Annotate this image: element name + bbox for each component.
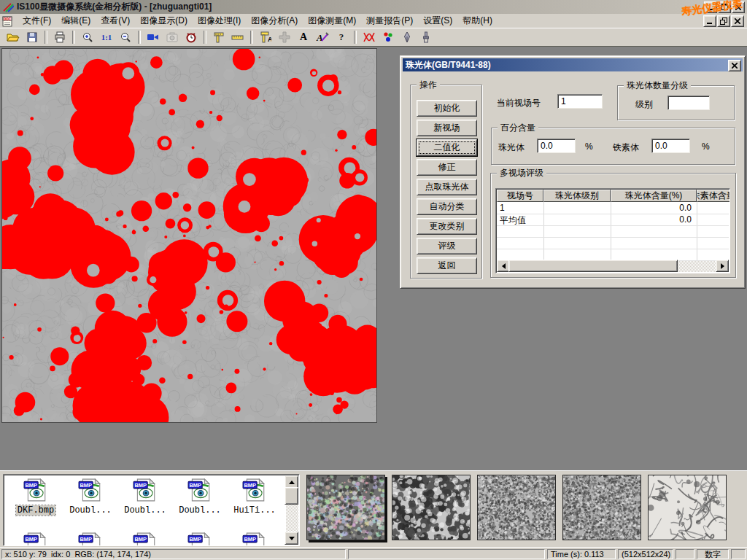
return-button[interactable]: 返回 — [417, 257, 477, 274]
change-class-button[interactable]: 更改类别 — [417, 218, 477, 235]
h-scrollbar-thumb[interactable] — [508, 260, 678, 272]
status-dimensions: (512x512x24) — [618, 549, 673, 559]
status-position: x: 510 y: 79 idx: 0 RGB: (174, 174, 174) — [1, 549, 346, 559]
save-icon[interactable] — [23, 28, 42, 46]
move-cross-icon[interactable] — [275, 28, 294, 46]
caliper-icon[interactable] — [209, 28, 228, 46]
file-name[interactable]: DKF.bmp — [16, 505, 55, 516]
col-pearlite-content[interactable]: 珠光体含量(%) — [611, 190, 697, 202]
pearlite-percent-input[interactable]: 0.0 — [537, 139, 576, 153]
specimen-canvas[interactable] — [2, 49, 376, 422]
zoom-out-icon[interactable] — [116, 28, 135, 46]
ferrite-percent-input[interactable]: 0.0 — [651, 139, 690, 153]
menu-image-display[interactable]: 图像显示(D) — [135, 13, 193, 28]
edit-annotation-icon[interactable]: A — [313, 28, 332, 46]
binarize-button[interactable]: 二值化 — [417, 139, 477, 156]
scroll-down-button[interactable] — [285, 532, 298, 545]
brush-tool-icon[interactable] — [417, 28, 436, 46]
file-item[interactable]: BMP — [228, 532, 281, 546]
v-scrollbar-thumb[interactable] — [285, 487, 298, 505]
menu-file[interactable]: 文件(F) — [18, 13, 56, 28]
video-capture-icon[interactable] — [144, 28, 163, 46]
svg-text:BMP: BMP — [189, 536, 201, 542]
new-field-button[interactable]: 新视场 — [417, 120, 477, 136]
thumbnail-2[interactable] — [392, 475, 471, 540]
menu-help[interactable]: 帮助(H) — [457, 13, 498, 28]
zoom-in-icon[interactable] — [78, 28, 97, 46]
menu-settings[interactable]: 设置(S) — [418, 13, 457, 28]
correct-button[interactable]: 修正 — [417, 159, 477, 176]
thumbnail-5[interactable] — [648, 475, 727, 540]
phase-classify-icon[interactable] — [379, 28, 398, 46]
rating-table[interactable]: 视场号 珠光体级别 珠光体含量(%) 铁素体含量(%) 1 0.0 平均值 0.… — [495, 188, 730, 273]
table-row — [497, 225, 729, 238]
col-grade[interactable]: 珠光体级别 — [543, 190, 611, 202]
pearlite-label: 珠光体 — [498, 141, 525, 154]
file-item[interactable]: BMP Doubl... — [119, 478, 171, 516]
init-button[interactable]: 初始化 — [417, 100, 477, 117]
cell-field: 1 — [500, 203, 505, 213]
mdi-minimize-button[interactable] — [703, 15, 716, 27]
rate-button[interactable]: 评级 — [417, 238, 477, 254]
camera-icon[interactable] — [163, 28, 182, 46]
file-item[interactable]: BMP — [9, 532, 62, 546]
file-item[interactable]: BMP HuiTi... — [228, 478, 281, 516]
file-name[interactable]: Doubl... — [68, 505, 113, 516]
print-icon[interactable] — [50, 28, 69, 46]
maximize-button[interactable] — [718, 1, 731, 13]
ruler-icon[interactable] — [228, 28, 247, 46]
file-name[interactable]: Doubl... — [177, 505, 222, 516]
menu-image-measure[interactable]: 图像测量(M) — [303, 13, 361, 28]
file-item[interactable]: BMP DKF.bmp — [9, 478, 62, 516]
menu-image-processing[interactable]: 图像处理(I) — [193, 13, 246, 28]
dialog-title-bar[interactable]: 珠光体(GB/T9441-88) — [403, 58, 743, 71]
operations-group-label: 操作 — [417, 79, 440, 90]
menu-view[interactable]: 查看(V) — [96, 13, 135, 28]
pen-tool-icon[interactable] — [398, 28, 417, 46]
file-name[interactable]: Doubl... — [123, 505, 168, 516]
thumbnail-3[interactable] — [477, 475, 556, 540]
grade-input[interactable] — [667, 96, 710, 110]
scroll-right-button[interactable] — [716, 260, 729, 272]
minimize-button[interactable] — [704, 1, 717, 13]
menu-edit[interactable]: 编辑(E) — [56, 13, 96, 28]
thumbnail-1[interactable] — [306, 475, 385, 540]
menu-measure-report[interactable]: 测量报告(P) — [361, 13, 418, 28]
toolbar-separator — [204, 31, 206, 44]
measure-text-icon[interactable]: A — [256, 28, 275, 46]
context-help-icon[interactable]: ? — [332, 28, 351, 46]
status-mode: 数字 — [697, 549, 729, 559]
col-field[interactable]: 视场号 — [497, 190, 543, 202]
timer-icon[interactable] — [182, 28, 201, 46]
col-ferrite-content[interactable]: 铁素体含量(%) — [697, 190, 730, 202]
file-name[interactable]: HuiTi... — [232, 505, 277, 516]
table-row[interactable]: 1 0.0 — [497, 202, 729, 214]
file-item[interactable]: BMP — [119, 532, 171, 546]
svg-text:BMP: BMP — [189, 482, 201, 489]
curve-tool-icon[interactable] — [360, 28, 379, 46]
svg-text:BMP: BMP — [80, 482, 92, 489]
bmp-file-icon: BMP — [242, 478, 267, 502]
dialog-close-button[interactable] — [728, 60, 741, 71]
grade-label: 级别 — [635, 98, 653, 111]
actual-size-icon[interactable]: 1:1 — [97, 28, 116, 46]
svg-text:BMP: BMP — [80, 536, 92, 542]
pick-pearlite-button[interactable]: 点取珠光体 — [417, 179, 477, 195]
menu-image-analysis[interactable]: 图像分析(A) — [246, 13, 303, 28]
table-row[interactable]: 平均值 0.0 — [497, 214, 729, 226]
mdi-restore-button[interactable] — [717, 15, 730, 27]
insert-text-icon[interactable]: A — [294, 28, 313, 46]
svg-text:DOC: DOC — [4, 17, 12, 20]
file-item[interactable]: BMP Doubl... — [174, 478, 226, 516]
current-field-input[interactable]: 1 — [557, 94, 603, 109]
auto-classify-button[interactable]: 自动分类 — [417, 198, 477, 215]
file-item[interactable]: BMP Doubl... — [64, 478, 117, 516]
bmp-file-icon: BMP — [133, 532, 158, 546]
close-button[interactable] — [732, 1, 745, 13]
thumbnail-4[interactable] — [562, 475, 641, 540]
file-item[interactable]: BMP — [64, 532, 117, 546]
file-item[interactable]: BMP — [174, 532, 226, 546]
open-icon[interactable] — [4, 28, 23, 46]
mdi-close-button[interactable] — [731, 15, 744, 27]
pearlite-dialog: 珠光体(GB/T9441-88) 操作 初始化 新视场 二值化 修正 点取珠光体… — [400, 55, 746, 289]
